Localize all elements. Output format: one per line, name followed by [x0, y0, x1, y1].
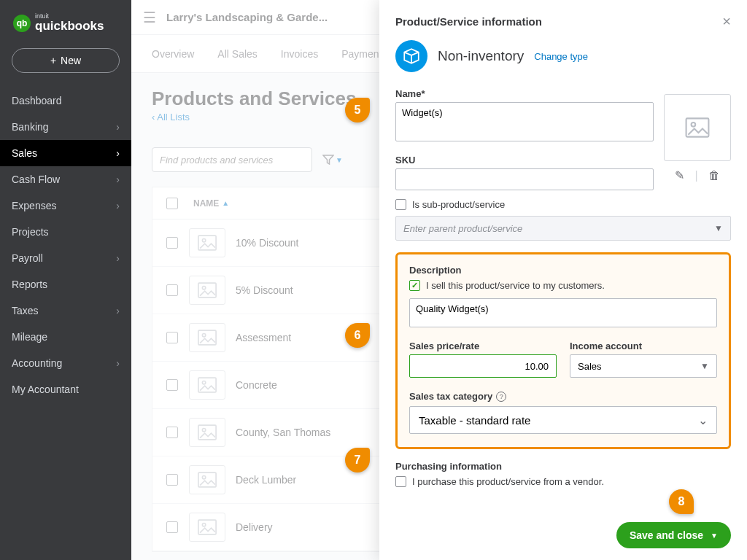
chevron-down-icon: ▼: [700, 361, 709, 371]
chevron-right-icon: ›: [116, 305, 120, 316]
nav-projects[interactable]: Projects: [0, 219, 131, 245]
parent-product-select[interactable]: Enter parent product/service ▼: [395, 216, 731, 241]
nav-label: Reports: [12, 279, 47, 290]
nav-label: My Accountant: [12, 384, 79, 395]
save-and-close-button[interactable]: Save and close ▼: [616, 522, 731, 548]
sku-input[interactable]: [395, 168, 654, 190]
parent-placeholder: Enter parent product/service: [403, 223, 522, 234]
income-account-select[interactable]: Sales ▼: [570, 354, 717, 378]
sku-label: SKU: [395, 155, 654, 166]
change-type-link[interactable]: Change type: [534, 51, 588, 62]
chevron-right-icon: ›: [116, 147, 120, 159]
income-label: Income account: [570, 341, 717, 351]
description-section: Description I sell this product/service …: [395, 252, 731, 449]
nav-myaccountant[interactable]: My Accountant: [0, 376, 131, 402]
plus-icon: +: [50, 55, 56, 66]
nav-accounting[interactable]: Accounting›: [0, 350, 131, 376]
nav-sales[interactable]: Sales›: [0, 140, 131, 166]
edit-image-icon[interactable]: ✎: [675, 168, 684, 182]
tax-label: Sales tax category: [409, 391, 492, 402]
nav-dashboard[interactable]: Dashboard: [0, 88, 131, 114]
logo: qb intuit quickbooks: [0, 0, 131, 44]
new-button-label: New: [61, 55, 81, 66]
step-badge-8: 8: [669, 489, 694, 514]
chevron-right-icon: ›: [116, 174, 120, 185]
chevron-right-icon: ›: [116, 357, 120, 369]
nav-payroll[interactable]: Payroll›: [0, 245, 131, 271]
step-badge-5: 5: [345, 98, 370, 122]
chevron-down-icon: ▼: [711, 532, 718, 540]
save-label: Save and close: [630, 529, 703, 541]
nav-label: Cash Flow: [12, 174, 60, 185]
nav-label: Expenses: [12, 200, 56, 211]
purchase-checkbox[interactable]: [395, 476, 406, 487]
step-badge-7: 7: [345, 448, 370, 472]
description-label: Description: [409, 265, 717, 276]
nav-label: Payroll: [12, 252, 43, 264]
income-value: Sales: [578, 361, 602, 372]
chevron-right-icon: ›: [116, 252, 120, 264]
nav-label: Mileage: [12, 331, 47, 343]
new-button[interactable]: + New: [12, 48, 120, 73]
name-input[interactable]: [395, 102, 654, 141]
product-panel: Product/Service information × Non-invent…: [379, 0, 747, 560]
step-badge-6: 6: [345, 323, 370, 348]
delete-image-icon[interactable]: 🗑: [708, 169, 720, 182]
purchasing-label: Purchasing information: [395, 461, 731, 472]
nav-label: Banking: [12, 121, 49, 133]
tax-value: Taxable - standard rate: [419, 414, 530, 427]
price-label: Sales price/rate: [409, 341, 557, 351]
nav-banking[interactable]: Banking›: [0, 114, 131, 140]
chevron-down-icon: ▼: [714, 223, 723, 233]
price-input[interactable]: [409, 354, 557, 378]
sub-product-checkbox[interactable]: [395, 199, 406, 210]
sidebar: qb intuit quickbooks + New Dashboard Ban…: [0, 0, 131, 560]
nav-mileage[interactable]: Mileage: [0, 324, 131, 350]
nav-expenses[interactable]: Expenses›: [0, 192, 131, 219]
sell-label: I sell this product/service to my custom…: [426, 280, 605, 291]
panel-title: Product/Service information: [395, 15, 542, 28]
nav-cashflow[interactable]: Cash Flow›: [0, 166, 131, 192]
image-placeholder[interactable]: [664, 94, 731, 161]
sub-product-label: Is sub-product/service: [412, 199, 505, 210]
close-icon[interactable]: ×: [722, 13, 731, 30]
nav-reports[interactable]: Reports: [0, 271, 131, 298]
tax-category-select[interactable]: Taxable - standard rate ⌄: [409, 406, 717, 434]
sell-checkbox[interactable]: [409, 280, 420, 291]
chevron-down-icon: ⌄: [698, 413, 708, 427]
chevron-right-icon: ›: [116, 200, 120, 211]
nav-taxes[interactable]: Taxes›: [0, 298, 131, 324]
noninventory-icon: [395, 40, 427, 72]
nav-label: Taxes: [12, 305, 39, 316]
nav-label: Dashboard: [12, 95, 62, 106]
info-icon[interactable]: ?: [496, 392, 506, 402]
qb-logo-icon: qb: [13, 15, 31, 32]
name-label: Name*: [395, 88, 654, 99]
svg-point-15: [692, 122, 696, 127]
purchase-label: I purchase this product/service from a v…: [412, 476, 604, 487]
type-label: Non-inventory: [438, 48, 524, 64]
description-input[interactable]: [409, 298, 717, 327]
chevron-right-icon: ›: [116, 121, 120, 133]
nav-label: Sales: [12, 147, 37, 159]
nav-label: Projects: [12, 226, 49, 238]
nav-label: Accounting: [12, 357, 62, 369]
brand-bottom: quickbooks: [35, 20, 104, 34]
